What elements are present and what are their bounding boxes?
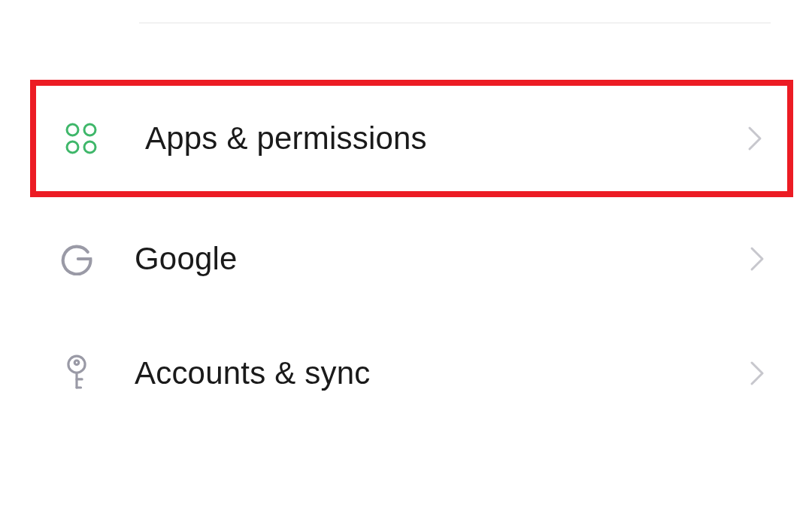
settings-row-google[interactable]: Google	[0, 206, 812, 312]
svg-rect-3	[84, 141, 95, 153]
settings-row-accounts-sync[interactable]: Accounts & sync	[0, 321, 812, 426]
svg-rect-0	[67, 124, 78, 135]
settings-item-label: Apps & permissions	[145, 120, 747, 157]
apps-grid-icon	[59, 116, 104, 161]
key-icon	[60, 357, 93, 390]
row-gap	[0, 312, 812, 321]
section-spacer	[0, 23, 812, 80]
settings-item-label: Accounts & sync	[135, 355, 749, 391]
settings-row-apps-permissions[interactable]: Apps & permissions	[36, 86, 787, 191]
google-g-icon	[60, 242, 93, 275]
chevron-right-icon	[749, 244, 767, 274]
settings-item-label: Google	[135, 241, 749, 277]
row-gap	[0, 197, 812, 206]
chevron-right-icon	[749, 358, 767, 388]
chevron-right-icon	[747, 123, 765, 154]
svg-rect-1	[84, 124, 95, 135]
svg-rect-2	[67, 141, 78, 153]
highlight-frame: Apps & permissions	[30, 80, 793, 197]
svg-point-5	[74, 360, 79, 365]
